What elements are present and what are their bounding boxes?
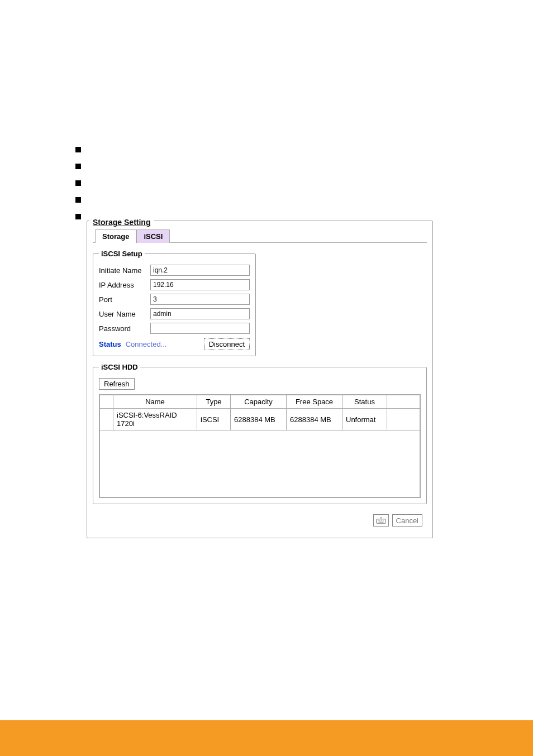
footer-orange-bar xyxy=(0,720,533,756)
status-value: Connected... xyxy=(126,340,167,348)
col-capacity: Capacity xyxy=(231,395,287,409)
tab-storage[interactable]: Storage xyxy=(95,229,136,243)
storage-setting-panel: Storage iSCSI iSCSI Setup Initiate Name … xyxy=(87,221,433,538)
cell-status: Unformat xyxy=(342,409,387,430)
col-status: Status xyxy=(342,395,387,409)
svg-rect-0 xyxy=(376,519,386,524)
col-trailing xyxy=(387,395,420,409)
table-header-row: Name Type Capacity Free Space Status xyxy=(100,395,420,409)
col-blank xyxy=(100,395,113,409)
initiate-name-label: Initiate Name xyxy=(99,266,150,275)
disconnect-button[interactable]: Disconnect xyxy=(204,338,250,350)
ip-address-input[interactable] xyxy=(150,279,250,290)
password-label: Password xyxy=(99,324,150,333)
square-icon xyxy=(75,164,81,169)
table-row[interactable]: iSCSI-6:VessRAID 1720i iSCSI 6288384 MB … xyxy=(100,409,420,430)
keyboard-button[interactable] xyxy=(373,514,389,527)
table-empty-space xyxy=(100,430,420,497)
user-name-label: User Name xyxy=(99,310,150,318)
cell-blank xyxy=(100,409,113,430)
tab-iscsi[interactable]: iSCSI xyxy=(136,229,170,243)
initiate-name-input[interactable] xyxy=(150,265,250,276)
square-icon xyxy=(75,180,81,186)
status-label: Status xyxy=(99,340,121,348)
tab-bar: Storage iSCSI xyxy=(93,229,427,243)
footer-buttons: Cancel xyxy=(93,511,427,531)
user-name-input[interactable] xyxy=(150,308,250,319)
iscsi-hdd-table-wrap: Name Type Capacity Free Space Status iSC… xyxy=(99,394,421,498)
bullet-item xyxy=(75,141,411,158)
cancel-button[interactable]: Cancel xyxy=(392,514,422,527)
iscsi-setup-legend: iSCSI Setup xyxy=(99,250,145,258)
iscsi-hdd-group: iSCSI HDD Refresh Name Type Capacity Fre… xyxy=(93,363,427,504)
cell-free-space: 6288384 MB xyxy=(287,409,342,430)
ip-address-label: IP Address xyxy=(99,281,150,289)
square-icon xyxy=(75,147,81,152)
cell-type: iSCSI xyxy=(197,409,231,430)
password-input[interactable] xyxy=(150,323,250,334)
iscsi-setup-group: iSCSI Setup Initiate Name IP Address Por… xyxy=(93,250,256,356)
bullet-item xyxy=(75,192,411,208)
cell-trailing xyxy=(387,409,420,430)
square-icon xyxy=(75,214,81,219)
iscsi-hdd-legend: iSCSI HDD xyxy=(99,363,140,371)
iscsi-hdd-table: Name Type Capacity Free Space Status iSC… xyxy=(99,395,420,497)
col-type: Type xyxy=(197,395,231,409)
bullet-list xyxy=(75,141,411,225)
keyboard-icon xyxy=(376,517,386,524)
port-label: Port xyxy=(99,295,150,304)
col-free-space: Free Space xyxy=(287,395,342,409)
cell-name: iSCSI-6:VessRAID 1720i xyxy=(113,409,197,430)
port-input[interactable] xyxy=(150,294,250,305)
refresh-button[interactable]: Refresh xyxy=(99,378,135,390)
cell-capacity: 6288384 MB xyxy=(231,409,287,430)
col-name: Name xyxy=(113,395,197,409)
panel-title: Storage Setting xyxy=(89,218,154,227)
bullet-item xyxy=(75,158,411,175)
bullet-item xyxy=(75,175,411,192)
square-icon xyxy=(75,197,81,203)
